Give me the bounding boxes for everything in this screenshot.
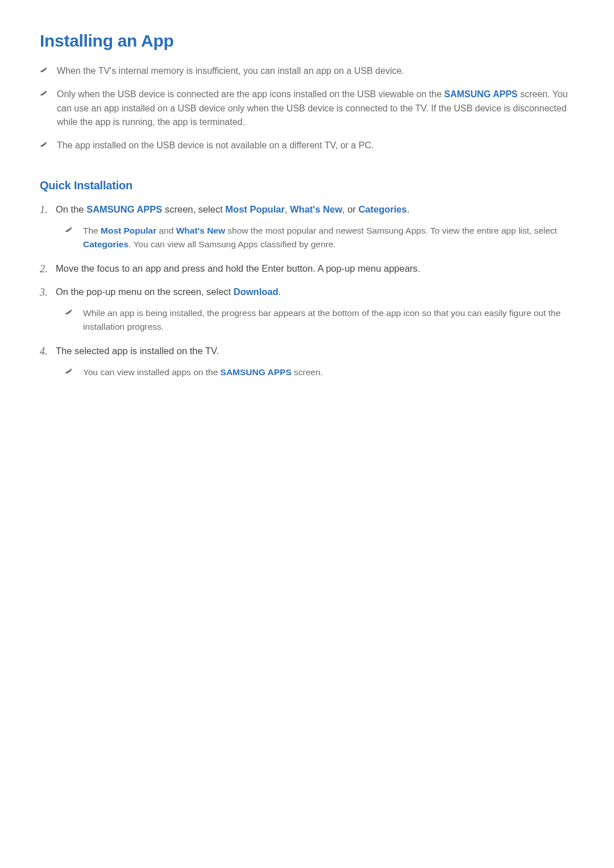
step-body: On the pop-up menu on the screen, select… xyxy=(56,285,574,336)
note-text: When the TV's internal memory is insuffi… xyxy=(57,64,574,78)
note-text: The Most Popular and What's New show the… xyxy=(83,224,574,251)
step-number: 1. xyxy=(40,202,56,218)
note-text: The app installed on the USB device is n… xyxy=(57,139,574,153)
step-text: On the pop-up menu on the screen, select… xyxy=(56,285,574,300)
text-fragment: The selected app is installed on the TV. xyxy=(56,346,219,356)
text-fragment: You can view installed apps on the xyxy=(83,367,221,377)
step-text: Move the focus to an app and press and h… xyxy=(56,261,574,276)
text-fragment: Only when the USB device is connected ar… xyxy=(57,89,444,99)
highlight-download: Download xyxy=(234,286,279,297)
pencil-icon xyxy=(65,308,73,316)
text-fragment: show the most popular and newest Samsung… xyxy=(225,226,557,235)
text-fragment: , or xyxy=(342,204,358,214)
step-text: On the SAMSUNG APPS screen, select Most … xyxy=(56,202,574,217)
text-fragment: When the TV's internal memory is insuffi… xyxy=(57,66,404,76)
highlight-whats-new: What's New xyxy=(176,226,225,235)
text-fragment: The xyxy=(83,226,101,235)
pencil-icon xyxy=(40,89,48,97)
pencil-icon xyxy=(40,140,48,148)
note-item: The app installed on the USB device is n… xyxy=(40,139,574,153)
step-item: 4. The selected app is installed on the … xyxy=(40,344,574,381)
section-subtitle: Quick Installation xyxy=(40,179,574,192)
step-body: The selected app is installed on the TV.… xyxy=(56,344,574,381)
text-fragment: . xyxy=(407,204,410,214)
text-fragment: While an app is being installed, the pro… xyxy=(83,308,561,331)
text-fragment: screen, select xyxy=(162,204,225,214)
highlight-most-popular: Most Popular xyxy=(225,204,285,214)
page-title: Installing an App xyxy=(40,31,574,51)
note-text: While an app is being installed, the pro… xyxy=(83,306,574,334)
text-fragment: . xyxy=(279,286,281,297)
note-item: Only when the USB device is connected ar… xyxy=(40,88,574,130)
highlight-samsung-apps: SAMSUNG APPS xyxy=(444,89,517,99)
intro-notes: When the TV's internal memory is insuffi… xyxy=(40,64,574,153)
step-item: 1. On the SAMSUNG APPS screen, select Mo… xyxy=(40,202,574,254)
step-number: 3. xyxy=(40,285,56,301)
document-page: Installing an App When the TV's internal… xyxy=(0,0,614,412)
step-number: 4. xyxy=(40,344,56,360)
pencil-icon xyxy=(65,367,73,375)
step-number: 2. xyxy=(40,261,56,277)
step-item: 2. Move the focus to an app and press an… xyxy=(40,261,574,277)
highlight-categories: Categories xyxy=(83,239,128,249)
text-fragment: Move the focus to an app and press and h… xyxy=(56,263,420,273)
step-body: Move the focus to an app and press and h… xyxy=(56,261,574,276)
highlight-samsung-apps: SAMSUNG APPS xyxy=(221,367,292,377)
step-text: The selected app is installed on the TV. xyxy=(56,344,574,359)
highlight-samsung-apps: SAMSUNG APPS xyxy=(86,204,162,214)
highlight-categories: Categories xyxy=(358,204,406,214)
step-note: You can view installed apps on the SAMSU… xyxy=(56,366,574,379)
steps-list: 1. On the SAMSUNG APPS screen, select Mo… xyxy=(40,202,574,381)
note-item: When the TV's internal memory is insuffi… xyxy=(40,64,574,78)
pencil-icon xyxy=(65,226,73,234)
text-fragment: The app installed on the USB device is n… xyxy=(57,140,374,150)
note-text: You can view installed apps on the SAMSU… xyxy=(83,366,323,379)
text-fragment: screen. xyxy=(292,367,323,377)
text-fragment: and xyxy=(156,226,176,235)
text-fragment: . You can view all Samsung Apps classifi… xyxy=(128,239,335,249)
note-text: Only when the USB device is connected ar… xyxy=(57,88,574,130)
step-item: 3. On the pop-up menu on the screen, sel… xyxy=(40,285,574,336)
step-note: The Most Popular and What's New show the… xyxy=(56,224,574,251)
step-note: While an app is being installed, the pro… xyxy=(56,306,574,334)
highlight-whats-new: What's New xyxy=(290,204,342,214)
pencil-icon xyxy=(40,66,48,74)
text-fragment: On the pop-up menu on the screen, select xyxy=(56,286,234,297)
step-body: On the SAMSUNG APPS screen, select Most … xyxy=(56,202,574,254)
text-fragment: On the xyxy=(56,204,86,214)
text-fragment: , xyxy=(285,204,290,214)
highlight-most-popular: Most Popular xyxy=(101,226,156,235)
